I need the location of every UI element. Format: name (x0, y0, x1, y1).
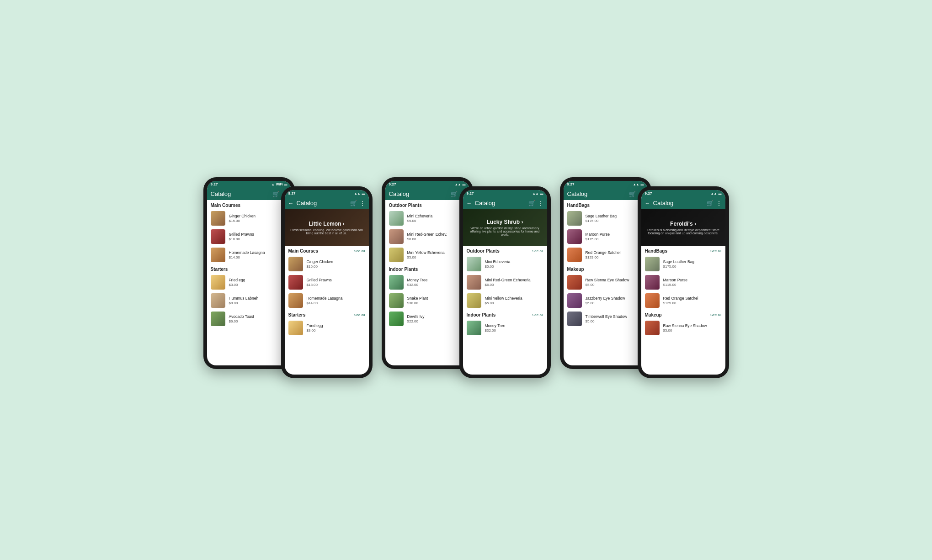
more-icon[interactable]: ⋮ (360, 200, 365, 206)
more-icon[interactable]: ⋮ (538, 200, 543, 206)
list-item[interactable]: Money Tree $32.00 (463, 319, 547, 337)
list-item[interactable]: Homemade Lasagna $14.00 (207, 246, 291, 264)
status-time: 9:27 (567, 182, 575, 186)
battery-icon: ▬ (540, 192, 543, 195)
section-title: Starters (288, 312, 306, 317)
back-arrow-icon[interactable]: ← (288, 200, 294, 206)
list-item[interactable]: Fried egg $3.00 (207, 273, 291, 291)
list-item[interactable]: Snake Plant $30.00 (385, 291, 469, 310)
section-title: Outdoor Plants (467, 248, 500, 254)
item-price: $175.00 (663, 264, 722, 269)
store-banner[interactable]: Lucky Shrub › We're an urban garden desi… (463, 209, 547, 246)
item-info: Homemade Lasagna $14.00 (307, 296, 365, 305)
list-item[interactable]: Red Orange Satchel $129.00 (564, 246, 648, 264)
banner-title: Feroldi's › (670, 221, 696, 227)
item-thumbnail (389, 293, 404, 308)
item-price: $175.00 (586, 219, 644, 223)
see-all-button[interactable]: See all (354, 249, 365, 253)
cart-icon[interactable]: 🛒 (707, 200, 714, 206)
cart-icon[interactable]: 🛒 (528, 200, 535, 206)
section-title: Outdoor Plants (389, 203, 422, 208)
store-banner[interactable]: Little Lemon › Fresh seasonal cooking. W… (285, 209, 369, 246)
item-info: Money Tree $32.00 (485, 323, 543, 333)
cart-icon[interactable]: 🛒 (451, 191, 458, 197)
list-item[interactable]: Money Tree $32.00 (385, 273, 469, 291)
battery-icon: ▬ (641, 183, 644, 186)
item-price: $32.00 (485, 328, 543, 333)
phone-group-food: 9:27 ▲ WiFi ▬ Catalog 🛒 ⋮ Main Cou (203, 182, 373, 378)
phone-group-plants: 9:27 ▲▲ ▬ Catalog 🛒 ⋮ Outdoor Plants (382, 182, 551, 378)
cart-icon[interactable]: 🛒 (350, 200, 357, 206)
item-info: Fried egg $3.00 (229, 278, 288, 287)
see-all-button[interactable]: See all (710, 249, 721, 253)
item-thumbnail (211, 211, 225, 226)
screen-content: Little Lemon › Fresh seasonal cooking. W… (285, 209, 369, 375)
app-bar: ← Catalog 🛒 ⋮ (285, 197, 369, 209)
list-item[interactable]: Ginger Chicken $15.00 (285, 255, 369, 273)
item-price: $115.00 (663, 283, 722, 287)
list-item[interactable]: Sage Leather Bag $175.00 (641, 255, 725, 273)
list-item[interactable]: Mini Echeveria $5.00 (385, 209, 469, 227)
item-info: Raw Sienna Eye Shadow $5.00 (586, 278, 644, 287)
cart-icon[interactable]: 🛒 (629, 191, 636, 197)
list-item[interactable]: Timberwolf Eye Shadow $5.00 (564, 310, 648, 328)
item-price: $115.00 (586, 237, 644, 241)
see-all-button[interactable]: See all (532, 249, 543, 253)
see-all-button[interactable]: See all (710, 313, 721, 317)
list-item[interactable]: Grilled Prawns $18.00 (285, 273, 369, 291)
list-item[interactable]: Grilled Prawns $18.00 (207, 227, 291, 246)
item-name: Ginger Chicken (307, 259, 365, 264)
item-thumbnail (288, 257, 303, 271)
list-item[interactable]: Maroon Purse $115.00 (641, 273, 725, 291)
phone-screen: 9:27 ▲ WiFi ▬ Catalog 🛒 ⋮ Main Cou (207, 181, 291, 365)
app-bar-title: Catalog (389, 190, 448, 197)
screen-content: Outdoor Plants Mini Echeveria $5.00 Mini… (385, 200, 469, 365)
list-item[interactable]: Red Orange Satchel $129.00 (641, 291, 725, 310)
list-item[interactable]: Mini Yellow Echeveria $5.00 (463, 291, 547, 310)
item-info: Ginger Chicken $15.00 (229, 214, 288, 223)
list-item[interactable]: Mini Yellow Echeveria $5.00 (385, 246, 469, 264)
list-item[interactable]: Homemade Lasagna $14.00 (285, 291, 369, 310)
list-item[interactable]: Sage Leather Bag $175.00 (564, 209, 648, 227)
item-thumbnail (389, 211, 404, 226)
list-item[interactable]: Hummus Labneh $8.00 (207, 291, 291, 310)
list-item[interactable]: Raw Sienna Eye Shadow $5.00 (564, 273, 648, 291)
see-all-button[interactable]: See all (354, 313, 365, 317)
list-item[interactable]: Mini Echeveria $5.00 (463, 255, 547, 273)
signal-icon: ▲ (272, 183, 275, 186)
list-item[interactable]: Ginger Chicken $15.00 (207, 209, 291, 227)
item-price: $5.00 (485, 301, 543, 305)
section-starters: Starters (207, 264, 291, 273)
item-info: Timberwolf Eye Shadow $5.00 (586, 314, 644, 323)
list-item[interactable]: Avocado Toast $6.00 (207, 310, 291, 328)
store-banner[interactable]: Feroldi's › Feroldi's is a clothing and … (641, 209, 725, 246)
item-info: Grilled Prawns $18.00 (229, 232, 288, 241)
list-item[interactable]: Maroon Purse $115.00 (564, 227, 648, 246)
see-all-button[interactable]: See all (532, 313, 543, 317)
more-icon[interactable]: ⋮ (716, 200, 722, 206)
back-arrow-icon[interactable]: ← (645, 200, 650, 206)
back-arrow-icon[interactable]: ← (467, 200, 472, 206)
item-price: $22.00 (407, 319, 466, 323)
item-info: Ginger Chicken $15.00 (307, 259, 365, 269)
list-item[interactable]: Raw Sienna Eye Shadow $5.00 (641, 319, 725, 337)
item-thumbnail (645, 257, 660, 271)
item-info: Avocado Toast $6.00 (229, 314, 288, 323)
item-price: $5.00 (407, 219, 466, 223)
item-info: Mini Echeveria $5.00 (485, 259, 543, 269)
item-price: $14.00 (307, 301, 365, 305)
battery-icon: ▬ (284, 183, 288, 186)
item-name: Maroon Purse (586, 232, 644, 237)
list-item[interactable]: Fried egg $3.00 (285, 319, 369, 337)
list-item[interactable]: Mini Red-Green Echev. $6.00 (385, 227, 469, 246)
cart-icon[interactable]: 🛒 (272, 191, 279, 197)
list-item[interactable]: Jazzberry Eye Shadow $5.00 (564, 291, 648, 310)
section-header: Makeup (564, 264, 648, 273)
item-price: $129.00 (586, 255, 644, 259)
item-price: $8.00 (229, 301, 288, 305)
list-item[interactable]: Devil's Ivy $22.00 (385, 310, 469, 328)
list-item[interactable]: Mini Red-Green Echeveria $6.00 (463, 273, 547, 291)
item-thumbnail (211, 229, 225, 244)
banner-title: Lucky Shrub › (486, 219, 523, 225)
phone-fashion-front: 9:27 ▲▲ ▬ ← Catalog 🛒 ⋮ Feroldi's › (638, 186, 729, 378)
